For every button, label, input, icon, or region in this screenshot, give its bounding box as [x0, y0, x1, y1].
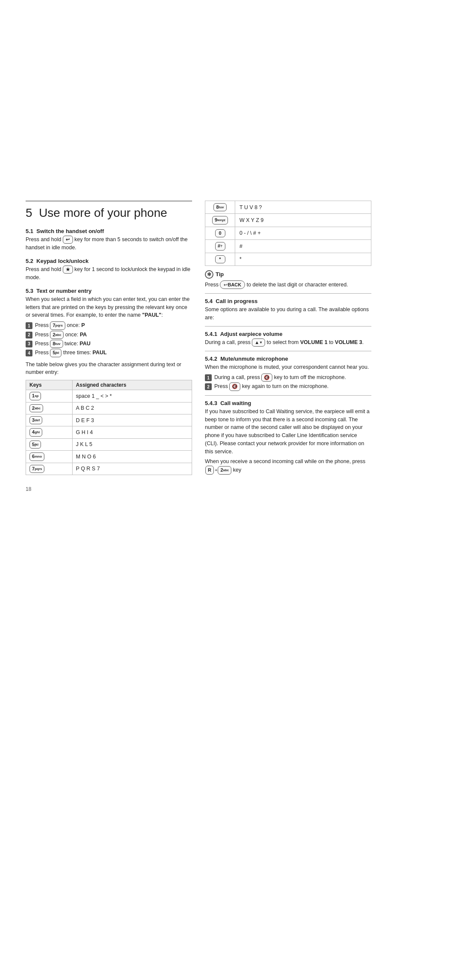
- chapter-title: 5 Use more of your phone: [26, 206, 192, 220]
- section-5-1-body: Press and hold ↩ key for more than 5 sec…: [26, 236, 192, 252]
- table-row: 2abc A B C 2: [26, 402, 192, 414]
- key-9-circle: 9wxyz: [212, 216, 228, 224]
- tip-title: ✱ Tip: [205, 270, 371, 279]
- key-3-circle: 3def: [29, 416, 42, 424]
- col-keys: Keys: [26, 380, 73, 390]
- left-column: 5 Use more of your phone 5.1 Switch the …: [26, 201, 192, 478]
- section-5-4-3-body2: When you receive a second incoming call …: [205, 458, 371, 474]
- table-row: 4ghi G H I 4: [26, 426, 192, 438]
- key-8: 8tuv: [50, 340, 63, 348]
- key-hash-circle: #?: [215, 242, 225, 250]
- section-5-2-body: Press and hold ★ key for 1 second to loc…: [26, 265, 192, 282]
- divider-4: [205, 395, 371, 396]
- mute-key-1: 🔇: [261, 373, 272, 382]
- step-3: 3Press 8tuv twice: PAU: [26, 340, 192, 348]
- tip-body: Press ↩BACK to delete the last digit or …: [205, 280, 371, 289]
- character-table: Keys Assigned characters 1sp space 1 _ <…: [26, 380, 192, 475]
- section-5-4-body: Some options are available to you during…: [205, 306, 371, 322]
- chapter-title-text: Use more of your phone: [39, 206, 167, 219]
- divider-2: [205, 326, 371, 327]
- char-table-right: 8tuv T U V 8 ? 9wxyz W X Y Z 9 0 0 - / \…: [205, 201, 371, 266]
- mute-steps: 1During a call, press 🔇 key to turn off …: [205, 373, 371, 391]
- section-5-4-2-intro: When the microphone is muted, your corre…: [205, 363, 371, 371]
- table-row: #? #: [205, 240, 371, 253]
- section-5-4-1-body: During a call, press ▲▼ to select from V…: [205, 338, 371, 347]
- page: 5 Use more of your phone 5.1 Switch the …: [0, 0, 461, 980]
- table-row: 5jkl J K L 5: [26, 438, 192, 450]
- section-5-3-title: 5.3 Text or number entry: [26, 288, 192, 294]
- page-number: 18: [26, 486, 31, 492]
- col-assigned: Assigned characters: [72, 380, 192, 390]
- table-row: 3def D E F 3: [26, 414, 192, 426]
- r-key: R: [205, 466, 214, 475]
- chapter-divider: [26, 201, 192, 201]
- key-5: 5jkl: [50, 349, 61, 357]
- section-5-4-3-body1: If you have subscribed to Call Waiting s…: [205, 408, 371, 456]
- divider-1: [205, 293, 371, 294]
- key-6-circle: 6mno: [29, 452, 44, 461]
- mute-step-2: 2Press 🔇 key again to turn on the microp…: [205, 382, 371, 391]
- table-row: 0 0 - / \ # +: [205, 227, 371, 239]
- section-5-1-title: 5.1 Switch the handset on/off: [26, 228, 192, 234]
- table-row: 9wxyz W X Y Z 9: [205, 214, 371, 227]
- section-5-4-1-title: 5.4.1 Adjust earpiece volume: [205, 331, 371, 337]
- key-star-circle: *: [215, 255, 225, 263]
- back-key: ↩BACK: [220, 280, 245, 289]
- table-intro: The table below gives you the character …: [26, 361, 192, 377]
- key-1-circle: 1sp: [29, 392, 41, 400]
- key-7: 7pqrs: [50, 321, 65, 330]
- key-4-circle: 4ghi: [29, 428, 42, 436]
- tip-box: ✱ Tip Press ↩BACK to delete the last dig…: [205, 270, 371, 289]
- tip-icon: ✱: [205, 270, 213, 279]
- key-7-circle: 7pqrs: [29, 465, 44, 473]
- key-2: 2abc: [50, 331, 64, 339]
- footer: 18: [0, 483, 461, 496]
- table-row: 1sp space 1 _ < > *: [26, 390, 192, 402]
- star-key: ★: [63, 265, 73, 274]
- key-2-inline: 2abc: [218, 466, 231, 474]
- table-row: * *: [205, 253, 371, 265]
- table-row: 8tuv T U V 8 ?: [205, 201, 371, 214]
- step-1: 1Press 7pqrs once: P: [26, 321, 192, 330]
- bottom-blank-area: [0, 496, 461, 980]
- key-0-circle: 0: [215, 229, 225, 237]
- step-4: 4Press 5jkl three times: PAUL: [26, 349, 192, 357]
- chapter-number: 5: [26, 206, 32, 219]
- section-5-4-2-title: 5.4.2 Mute/unmute microphone: [205, 356, 371, 362]
- volume-key: ▲▼: [252, 338, 265, 347]
- divider-3: [205, 351, 371, 351]
- key-8-circle: 8tuv: [213, 203, 226, 211]
- mute-key-2: 🔇: [229, 382, 240, 391]
- paul-steps: 1Press 7pqrs once: P 2Press 2abc once: P…: [26, 321, 192, 357]
- section-5-4-3-title: 5.4.3 Call waiting: [205, 400, 371, 406]
- section-5-3-intro: When you select a field in which you can…: [26, 295, 192, 319]
- section-5-2-title: 5.2 Keypad lock/unlock: [26, 258, 192, 264]
- content-area: 5 Use more of your phone 5.1 Switch the …: [0, 201, 461, 478]
- top-blank-area: [0, 0, 461, 201]
- mute-step-1: 1During a call, press 🔇 key to turn off …: [205, 373, 371, 382]
- power-key: ↩: [63, 236, 73, 244]
- right-column: 8tuv T U V 8 ? 9wxyz W X Y Z 9 0 0 - / \…: [205, 201, 371, 478]
- table-row: 6mno M N O 6: [26, 451, 192, 463]
- key-5-circle: 5jkl: [29, 440, 41, 449]
- step-2: 2Press 2abc once: PA: [26, 331, 192, 339]
- section-5-4-title: 5.4 Call in progress: [205, 298, 371, 304]
- key-2-circle: 2abc: [29, 404, 43, 412]
- table-row: 7pqrs P Q R S 7: [26, 463, 192, 475]
